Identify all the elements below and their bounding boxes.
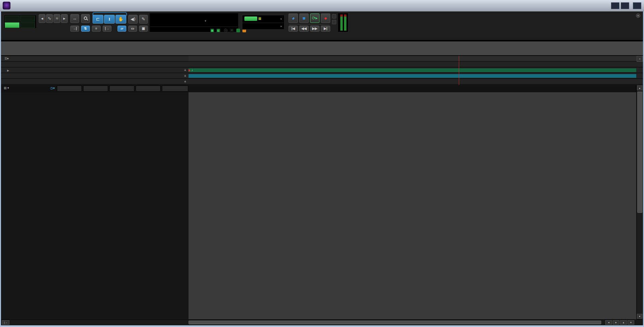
grid-nudge-panel: ▦ ▾ ▾ xyxy=(242,15,284,30)
transport-expand-bottom-button[interactable] xyxy=(332,20,336,24)
main-counter-dropdown-icon[interactable]: ▾ xyxy=(205,19,206,23)
output-meters xyxy=(338,13,348,32)
add-marker-icon[interactable]: + xyxy=(184,80,186,84)
io-header[interactable] xyxy=(162,86,188,92)
pro-tools-edit-window: ◂ ∿ ≈ ▸ ↔ ⊏ I ✋ ◀⟩ ✎ →| ⇅ ≡ |→ ▱ ▭ ▣ ▾ xyxy=(0,0,644,327)
pencil-tool-button[interactable]: ✎ xyxy=(139,15,148,24)
zoom-toggle-icon[interactable]: ↔ xyxy=(70,14,79,23)
sends-ae-header[interactable] xyxy=(109,86,134,92)
zoom-in-arrow-icon[interactable]: ▸ xyxy=(61,14,68,23)
meter-right-bar xyxy=(344,14,346,31)
edit-toolbar: ◂ ∿ ≈ ▸ ↔ ⊏ I ✋ ◀⟩ ✎ →| ⇅ ≡ |→ ▱ ▭ ▣ ▾ xyxy=(1,11,643,41)
genie-status-icon[interactable]: ◔ xyxy=(224,29,228,32)
insertion-follows-playback-button[interactable]: |→ xyxy=(103,26,111,32)
fast-forward-button[interactable]: ▶▶ xyxy=(310,26,319,32)
horizontal-scrollbar[interactable]: |→ ◂ ▸ ▴ ▾ xyxy=(1,319,643,325)
tab-to-transient-button[interactable]: →| xyxy=(70,26,79,32)
horizontal-scroll-thumb[interactable] xyxy=(189,321,601,324)
window-frame xyxy=(0,11,1,327)
zoom-out-arrow-icon[interactable]: ◂ xyxy=(39,14,45,23)
minimize-button[interactable] xyxy=(611,2,619,9)
inserts-ae-header[interactable] xyxy=(57,86,82,92)
tempo-note-icon: ♩ xyxy=(192,68,195,72)
trim-tool-button[interactable]: ⊏ xyxy=(93,15,103,24)
track-list-panel xyxy=(1,92,189,319)
mode-grid-button[interactable] xyxy=(20,22,35,28)
ruler-view-toggle-button[interactable]: ＋ xyxy=(637,56,643,62)
mode-slip-button[interactable] xyxy=(5,22,20,28)
grabber-tool-button[interactable]: ✋ xyxy=(115,15,126,24)
rewind-button[interactable]: ◀◀ xyxy=(299,26,309,32)
vertical-scrollbar[interactable]: ▴ ▾ xyxy=(636,85,643,319)
tempo-marker-icon xyxy=(189,69,191,72)
link-timeline-edit-button[interactable]: ▱ xyxy=(117,26,126,32)
transport-expand-top-button[interactable] xyxy=(332,14,336,19)
sends-fj-header[interactable] xyxy=(136,86,161,92)
midi-zoom-icon[interactable]: ≈ xyxy=(54,14,60,23)
tempo-ruler[interactable]: ▶ + ♩ xyxy=(1,68,643,73)
ruler-area: ☰▾ ▶ + ♩ + + xyxy=(1,56,643,85)
bars-beats-ruler[interactable]: ☰▾ xyxy=(1,56,643,62)
mode-spot-button[interactable] xyxy=(20,16,35,22)
grid-mode-chip[interactable] xyxy=(244,17,257,21)
title-bar xyxy=(0,0,644,11)
meter-left-bar xyxy=(340,14,343,31)
playhead-line-ruler xyxy=(459,56,459,85)
online-button[interactable]: ◕ xyxy=(289,13,298,23)
ruler-menu-icon[interactable]: ☰▾ xyxy=(4,57,9,60)
solo-status-badge[interactable] xyxy=(236,29,240,32)
counter-panel: ▾ ▦ ◧ ◔ * xyxy=(149,13,239,32)
add-tempo-icon[interactable]: + xyxy=(184,68,186,72)
edit-mode-panel xyxy=(4,15,37,29)
return-to-zero-button[interactable]: |◀ xyxy=(289,26,298,32)
tempo-lane[interactable]: ♩ xyxy=(189,68,636,72)
close-button[interactable] xyxy=(633,2,641,9)
commands-keyboard-focus-button[interactable]: ⇅ xyxy=(81,26,90,32)
min-secs-ruler[interactable] xyxy=(1,62,643,67)
hzoom-out-icon[interactable]: ▴ xyxy=(620,320,627,325)
scrubber-tool-button[interactable]: ◀⟩ xyxy=(128,15,138,24)
hscroll-left-icon[interactable]: ◂ xyxy=(605,320,612,325)
hscroll-right-icon[interactable]: ▸ xyxy=(613,320,619,325)
vertical-scroll-thumb[interactable] xyxy=(637,92,642,213)
record-button[interactable]: ● xyxy=(321,13,330,23)
track-list-menu-icon[interactable]: ▥ ▾ xyxy=(4,86,9,90)
zoomer-tool-button[interactable] xyxy=(81,14,90,23)
window-frame xyxy=(0,325,644,327)
edit-insertion-icon[interactable]: ◧ xyxy=(216,29,220,32)
markers-ruler[interactable]: + xyxy=(1,79,643,85)
nudge-dropdown-icon[interactable]: ▾ xyxy=(280,25,282,28)
loop-play-button[interactable]: ⟳▸ xyxy=(310,13,319,23)
scroll-down-icon[interactable]: ▾ xyxy=(637,314,642,319)
grid-value-icon: ▦ xyxy=(258,17,261,20)
scroll-up-icon[interactable]: ▴ xyxy=(637,86,642,90)
meter-lane[interactable] xyxy=(189,74,636,78)
magnifier-icon xyxy=(84,17,87,20)
app-icon xyxy=(3,2,10,9)
hzoom-in-icon[interactable]: ▾ xyxy=(628,320,634,325)
toolbar-menu-button[interactable]: ▾ xyxy=(636,13,640,18)
stop-button[interactable]: ■ xyxy=(299,13,309,23)
track-column-header: ▥ ▾ ◷▾ ▤ xyxy=(1,85,643,92)
restore-button[interactable] xyxy=(621,2,629,9)
selector-tool-button[interactable]: I xyxy=(104,15,115,24)
track-timebase-icon[interactable]: ◷▾ xyxy=(50,86,55,90)
scroll-options-icon[interactable]: |→ xyxy=(2,320,9,325)
tempo-expand-icon[interactable]: ▶ xyxy=(7,69,9,72)
go-to-end-button[interactable]: ▶| xyxy=(321,26,330,32)
inserts-fj-header[interactable] xyxy=(83,86,108,92)
waveform-zoom-icon[interactable]: ∿ xyxy=(46,14,53,23)
edit-canvas[interactable] xyxy=(189,92,636,319)
add-meter-icon[interactable]: + xyxy=(184,74,186,78)
elastic-audio-icon[interactable]: * xyxy=(230,29,234,32)
mode-shuffle-button[interactable] xyxy=(5,16,20,22)
layered-editing-button[interactable]: ▣ xyxy=(139,26,148,32)
meter-ruler[interactable]: + xyxy=(1,73,643,79)
toolbar-expansion-area xyxy=(1,41,643,56)
grid-dropdown-icon[interactable]: ▾ xyxy=(280,18,282,21)
timeline-insertion-icon[interactable]: ▦ xyxy=(210,29,214,32)
link-track-edit-button[interactable]: ▭ xyxy=(128,26,137,32)
mirrored-editing-button[interactable]: ≡ xyxy=(92,26,101,32)
